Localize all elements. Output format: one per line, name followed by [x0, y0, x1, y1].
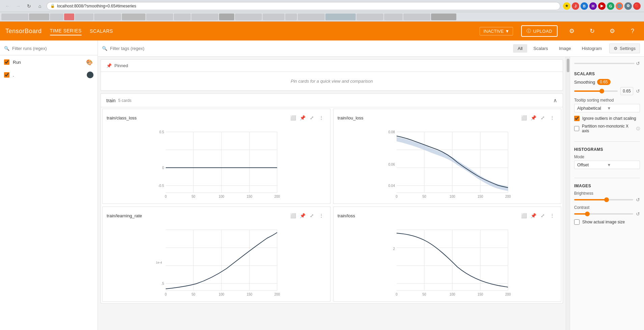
ignore-outliers-checkbox[interactable]: [574, 116, 580, 121]
scroll-track[interactable]: [566, 57, 570, 330]
smoothing-row: Smoothing 0.65: [574, 79, 640, 85]
smoothing-label: Smoothing: [574, 80, 595, 85]
filter-tags-input[interactable]: [110, 46, 510, 51]
right-panel: ↺ SCALARS Smoothing 0.65 0.65: [570, 57, 644, 330]
ext-chip-11: [235, 13, 262, 20]
tooltip-sort-label: Tooltip sorting method: [574, 98, 640, 103]
histograms-title: HISTOGRAMS: [574, 147, 640, 152]
contrast-label: Contrast: [574, 205, 640, 210]
nav-time-series[interactable]: TIME SERIES: [50, 27, 82, 35]
chart-pin-btn-1[interactable]: 📌: [529, 113, 538, 122]
settings-button[interactable]: ⚙ Settings: [609, 44, 640, 53]
show-actual-label: Show actual image size: [582, 220, 625, 224]
svg-text:0.08: 0.08: [388, 130, 395, 134]
settings-icon[interactable]: ⚙: [606, 25, 618, 37]
brightness-slider[interactable]: [574, 199, 633, 200]
chart-pin-btn-0[interactable]: 📌: [298, 113, 307, 122]
nav-scalars[interactable]: SCALARS: [90, 27, 113, 35]
ignore-outliers-row: Ignore outliers in chart scaling: [574, 116, 640, 121]
collapse-button[interactable]: ∧: [553, 97, 557, 104]
images-section: IMAGES Brightness ↺ Contrast ↺: [574, 184, 640, 227]
svg-text:0.04: 0.04: [388, 184, 395, 188]
upload-button[interactable]: ⓘ UPLOAD: [521, 25, 558, 37]
ext-chip-12: [263, 13, 285, 20]
svg-text:150: 150: [478, 293, 483, 296]
ignore-outliers-label: Ignore outliers in chart scaling: [582, 116, 636, 121]
chart-expand-btn-2[interactable]: ⤢: [307, 211, 317, 220]
chart-image-btn-3[interactable]: ⬜: [519, 211, 529, 220]
chart-more-btn-3[interactable]: ⋮: [547, 211, 557, 220]
run-checkbox-0[interactable]: [4, 59, 9, 65]
tab-image[interactable]: Image: [554, 44, 576, 53]
chart-card-learning-rate: train/learning_rate ⬜ 📌 ⤢ ⋮: [102, 207, 330, 302]
contrast-slider-row: ↺: [574, 211, 640, 217]
settings-gear-icon[interactable]: ⚙: [566, 25, 578, 37]
brightness-reset-button[interactable]: ↺: [636, 197, 640, 202]
chart-more-btn-0[interactable]: ⋮: [317, 113, 326, 122]
chart-more-btn-1[interactable]: ⋮: [547, 113, 557, 122]
run-checkbox-1[interactable]: [4, 72, 9, 78]
forward-button[interactable]: →: [14, 2, 22, 10]
color-palette-button-0[interactable]: 🎨: [85, 58, 93, 66]
pin-icon: 📌: [106, 63, 112, 68]
show-actual-checkbox[interactable]: [574, 219, 580, 225]
filter-runs-input[interactable]: [12, 46, 93, 51]
partition-info-icon: ⓘ: [636, 126, 640, 131]
scroll-thumb[interactable]: [567, 59, 569, 72]
back-button[interactable]: ←: [3, 2, 11, 10]
ext-icon-3: B: [581, 2, 588, 10]
inactive-dropdown[interactable]: INACTIVE ▼: [480, 27, 513, 35]
ext-icon-4: H: [589, 2, 597, 10]
mode-chevron-icon: ▼: [607, 163, 637, 167]
train-count: 5 cards: [118, 98, 131, 103]
chart-title-0: train/class_loss: [107, 115, 288, 120]
svg-text:100: 100: [450, 293, 455, 296]
histograms-section: HISTOGRAMS Mode Offset ▼: [574, 147, 640, 172]
tab-scalars[interactable]: Scalars: [529, 44, 553, 53]
ext-chip-5: [94, 13, 121, 20]
ext-chip-4: [75, 13, 93, 20]
ext-chip-10: [219, 13, 234, 20]
chart-more-btn-2[interactable]: ⋮: [317, 211, 326, 220]
partition-label: Partition non-monotonic X axis: [582, 124, 634, 133]
train-section: train 5 cards ∧ train/class_loss ⬜ 📌: [101, 93, 563, 303]
tab-all[interactable]: All: [513, 44, 527, 53]
tooltip-sort-select[interactable]: Alphabetical ▼: [574, 104, 640, 112]
reload-button[interactable]: ↻: [25, 2, 33, 10]
chart-image-btn-1[interactable]: ⬜: [519, 113, 529, 122]
svg-text:0.5: 0.5: [159, 130, 164, 134]
brightness-label: Brightness: [574, 191, 640, 196]
partition-checkbox[interactable]: [574, 126, 579, 131]
home-button[interactable]: ⌂: [36, 2, 44, 10]
help-icon[interactable]: ?: [626, 25, 639, 37]
refresh-icon[interactable]: ↻: [586, 25, 598, 37]
chart-expand-btn-0[interactable]: ⤢: [307, 113, 317, 122]
svg-text:200: 200: [274, 293, 280, 296]
mode-select[interactable]: Offset ▼: [574, 161, 640, 169]
chart-card-iou-loss: train/iou_loss ⬜ 📌 ⤢ ⋮: [333, 109, 561, 204]
top-reset-button[interactable]: ↺: [636, 61, 640, 66]
smoothing-reset-button[interactable]: ↺: [636, 88, 640, 94]
ext-icon-6: G: [607, 2, 614, 10]
ext-chip-16: [356, 13, 383, 20]
ext-icon-1: ★: [563, 2, 570, 10]
pinned-empty-message: Pin cards for a quick view and compariso…: [101, 72, 563, 90]
contrast-reset-button[interactable]: ↺: [636, 211, 640, 217]
chart-expand-btn-1[interactable]: ⤢: [538, 113, 547, 122]
ext-chip-15: [325, 13, 356, 20]
chart-expand-btn-3[interactable]: ⤢: [538, 211, 547, 220]
chart-pin-btn-2[interactable]: 📌: [298, 211, 307, 220]
tab-histogram[interactable]: Histogram: [577, 44, 607, 53]
chart-image-btn-0[interactable]: ⬜: [288, 113, 298, 122]
chart-pin-btn-3[interactable]: 📌: [529, 211, 538, 220]
chart-image-btn-2[interactable]: ⬜: [288, 211, 298, 220]
main-layout: 🔍 Run 🎨 . 🔍 All Scalars Image Histogram: [0, 40, 644, 330]
charts-container: 📌 Pinned Pin cards for a quick view and …: [98, 57, 566, 330]
contrast-slider[interactable]: [574, 213, 633, 215]
smoothing-slider[interactable]: [574, 90, 618, 92]
ext-icon-8: ⚙: [624, 2, 632, 10]
url-text: localhost:8008/?smoothing=0.65#timeserie…: [57, 4, 136, 8]
run-row-0: Run 🎨: [0, 55, 98, 69]
chart-card-loss: train/loss ⬜ 📌 ⤢ ⋮: [333, 207, 561, 302]
svg-text:0: 0: [396, 293, 398, 296]
